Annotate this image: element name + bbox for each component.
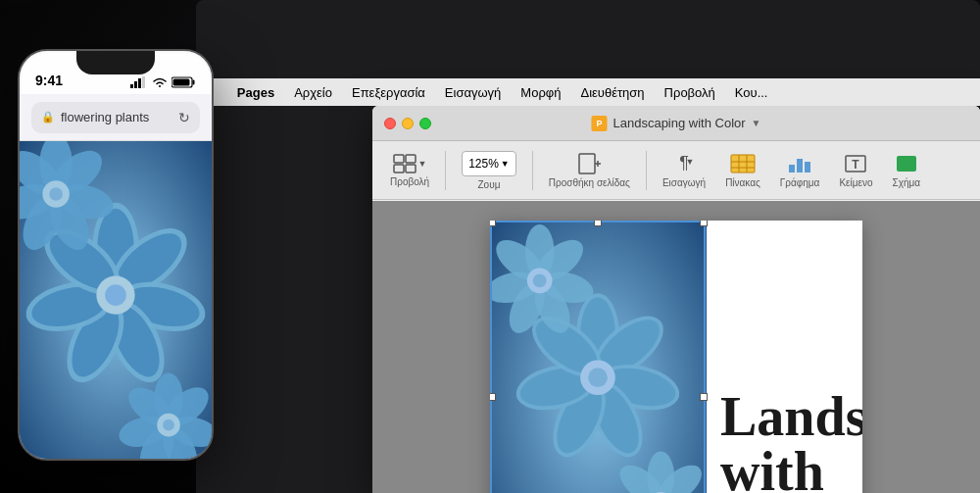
svg-rect-2: [394, 165, 404, 173]
view-toolbar-btn[interactable]: ▼ Προβολή: [382, 150, 437, 191]
zoom-control-group[interactable]: 125% ▼ Ζουμ: [454, 147, 524, 194]
svg-rect-16: [805, 162, 810, 173]
svg-rect-15: [797, 159, 803, 173]
menu-dieuthetisi[interactable]: Διευθέτηση: [570, 85, 654, 100]
table-icon: [730, 153, 756, 174]
menu-provoli[interactable]: Προβολή: [655, 85, 725, 100]
menu-pages[interactable]: Pages: [227, 85, 284, 100]
table-label: Πίνακας: [725, 177, 760, 188]
iphone-time: 9:41: [35, 73, 63, 88]
add-page-label: Προσθήκη σελίδας: [549, 177, 630, 188]
svg-point-36: [588, 368, 608, 387]
svg-point-78: [105, 284, 126, 306]
signal-icon: [130, 76, 148, 88]
menu-bar:  Pages Αρχείο Επεξεργασία Εισαγωγή Μορφ…: [196, 78, 980, 106]
battery-icon: [172, 76, 196, 88]
chevron-down-icon: ▼: [752, 118, 761, 128]
menu-eisagogi[interactable]: Εισαγωγή: [435, 85, 511, 100]
svg-rect-19: [897, 156, 916, 172]
view-dropdown-icon: ▼: [418, 159, 427, 169]
url-text: flowering plants: [61, 110, 149, 124]
zoom-dropdown-icon: ▼: [501, 159, 510, 169]
chart-label: Γράφημα: [780, 177, 820, 188]
svg-point-45: [533, 273, 547, 287]
selection-handle-tr[interactable]: [700, 221, 708, 226]
text-label: Κείμενο: [839, 177, 872, 188]
view-icon: ▼: [393, 154, 427, 173]
document-title-label: Landscaping with Color: [612, 116, 745, 130]
shape-btn[interactable]: Σχήμα: [885, 149, 929, 192]
toolbar: ▼ Προβολή 125% ▼ Ζουμ Προσθήκη σελίδ: [372, 141, 980, 200]
doc-text-area: Landscapi with Color: [706, 221, 862, 493]
svg-point-96: [163, 419, 174, 431]
text-icon: T: [843, 153, 868, 174]
svg-rect-60: [193, 80, 195, 85]
menu-arxeio[interactable]: Αρχείο: [284, 85, 342, 100]
table-btn[interactable]: Πίνακας: [717, 149, 768, 192]
selection-handle-mr[interactable]: [700, 393, 708, 401]
chart-btn[interactable]: Γράφημα: [772, 149, 828, 192]
svg-rect-14: [789, 165, 795, 173]
svg-rect-58: [142, 76, 145, 88]
add-page-icon: [576, 153, 602, 174]
window-titlebar: P Landscaping with Color ▼: [372, 106, 980, 141]
insert-label: Εισαγωγή: [662, 177, 706, 188]
pages-window: P Landscaping with Color ▼ ▼ Προβολή: [372, 106, 980, 493]
menu-more[interactable]: Κου...: [725, 85, 778, 100]
iphone: 9:41 🔒 fl: [18, 49, 214, 461]
svg-rect-0: [394, 155, 404, 163]
lock-icon: 🔒: [41, 111, 55, 123]
close-button[interactable]: [384, 118, 396, 129]
toolbar-divider-2: [532, 151, 533, 190]
insert-icon: ¶ ▼: [672, 153, 696, 174]
window-title: P Landscaping with Color ▼: [591, 116, 760, 131]
zoom-label: Ζουμ: [478, 179, 501, 190]
iphone-flower-content: [20, 141, 212, 459]
svg-rect-4: [579, 154, 595, 173]
traffic-lights: [384, 118, 431, 129]
maximize-button[interactable]: [419, 118, 431, 129]
menu-morfi[interactable]: Μορφή: [511, 85, 570, 100]
shape-icon: [894, 153, 919, 174]
selection-handle-tl[interactable]: [490, 221, 496, 226]
svg-rect-3: [406, 165, 416, 173]
svg-rect-57: [138, 78, 141, 88]
toolbar-divider-3: [646, 151, 647, 190]
doc-flower-image[interactable]: [490, 221, 706, 493]
svg-rect-61: [173, 79, 190, 86]
iphone-notch: [76, 51, 155, 74]
svg-text:▼: ▼: [686, 157, 695, 167]
svg-rect-9: [731, 155, 755, 173]
reload-icon[interactable]: ↻: [178, 110, 190, 125]
add-page-btn[interactable]: Προσθήκη σελίδας: [541, 149, 638, 192]
document-icon: P: [591, 116, 607, 131]
insert-btn[interactable]: ¶ ▼ Εισαγωγή: [655, 149, 713, 192]
zoom-value[interactable]: 125% ▼: [462, 151, 516, 176]
menu-epexergasia[interactable]: Επεξεργασία: [342, 85, 435, 100]
document-area: Landscapi with Color: [372, 201, 980, 493]
svg-rect-56: [134, 81, 137, 88]
selection-handle-ml[interactable]: [490, 393, 496, 401]
document-page: Landscapi with Color: [490, 221, 862, 493]
document-title-text: Landscapi with Color: [720, 389, 862, 493]
text-btn[interactable]: T Κείμενο: [831, 149, 880, 192]
shape-label: Σχήμα: [893, 177, 921, 188]
selection-handle-tm[interactable]: [594, 221, 602, 226]
view-label: Προβολή: [390, 176, 429, 187]
safari-address-bar[interactable]: 🔒 flowering plants ↻: [20, 94, 212, 141]
wifi-icon: [152, 76, 168, 88]
iphone-status-icons: [130, 76, 196, 88]
svg-text:T: T: [853, 158, 860, 172]
svg-point-87: [49, 187, 63, 201]
iphone-flower-svg: [20, 141, 212, 459]
chart-icon: [787, 153, 812, 174]
svg-rect-1: [406, 155, 416, 163]
safari-address-field[interactable]: 🔒 flowering plants ↻: [31, 102, 200, 133]
svg-rect-55: [130, 84, 133, 88]
minimize-button[interactable]: [402, 118, 414, 129]
toolbar-divider-1: [445, 151, 446, 190]
